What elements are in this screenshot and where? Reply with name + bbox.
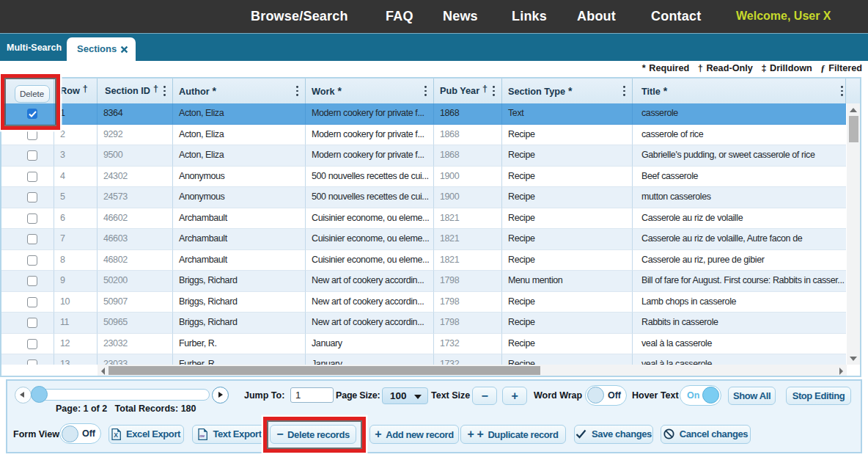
nav-contact[interactable]: Contact: [651, 0, 701, 33]
row-checkbox[interactable]: [27, 255, 37, 266]
tab-multi-search[interactable]: Multi-Search: [7, 34, 62, 62]
cell-title[interactable]: mutton casseroles: [633, 187, 846, 208]
cell-work[interactable]: January: [306, 354, 434, 365]
cell-work[interactable]: January: [306, 334, 434, 355]
column-menu-icon[interactable]: [424, 86, 427, 96]
cell-author[interactable]: Anonymous: [173, 167, 306, 188]
save-changes-button[interactable]: Save changes: [574, 425, 653, 444]
cell-section-type[interactable]: Recipe: [502, 208, 633, 230]
nav-faq[interactable]: FAQ: [386, 0, 413, 33]
column-menu-icon[interactable]: [623, 86, 626, 96]
header-pub-year[interactable]: Pub Year†: [434, 79, 502, 103]
row-checkbox[interactable]: [27, 276, 37, 286]
table-row[interactable]: 9 50200 Briggs, Richard New art of cooke…: [1, 271, 846, 292]
row-checkbox[interactable]: [27, 109, 37, 119]
cell-section-type[interactable]: Recipe: [502, 292, 633, 313]
row-checkbox[interactable]: [27, 130, 37, 140]
cell-work[interactable]: New art of cookery accordin...: [306, 292, 434, 313]
cell-title[interactable]: Rabbits in casserole: [633, 313, 846, 334]
cell-title[interactable]: veal à la casserole: [633, 354, 846, 365]
text-size-increase-button[interactable]: +: [502, 387, 527, 405]
cell-section-type[interactable]: Recipe: [502, 354, 633, 365]
page-size-select[interactable]: 100: [382, 387, 428, 404]
table-row[interactable]: 11 50965 Briggs, Richard New art of cook…: [1, 313, 846, 334]
row-checkbox[interactable]: [27, 339, 37, 349]
table-row[interactable]: 2 9292 Acton, Eliza Modern cookery for p…: [1, 125, 846, 146]
page-slider-knob[interactable]: [31, 386, 48, 403]
jump-to-input[interactable]: [290, 387, 334, 403]
horizontal-scrollbar[interactable]: [98, 365, 847, 376]
row-checkbox[interactable]: [27, 172, 37, 182]
cell-author[interactable]: Anonymous: [173, 187, 306, 208]
column-menu-icon[interactable]: [841, 86, 844, 96]
row-checkbox[interactable]: [27, 297, 37, 307]
row-checkbox[interactable]: [27, 234, 37, 244]
cell-work[interactable]: Modern cookery for private f...: [306, 145, 434, 167]
cell-title[interactable]: Bill of fare for August. First course: R…: [633, 271, 846, 292]
header-work[interactable]: Work*: [306, 79, 434, 103]
cancel-changes-button[interactable]: Cancel changes: [661, 425, 751, 444]
form-view-toggle[interactable]: Off: [59, 423, 101, 444]
show-all-button[interactable]: Show All: [728, 387, 776, 405]
cell-author[interactable]: Briggs, Richard: [173, 271, 306, 292]
cell-section-type[interactable]: Recipe: [502, 334, 633, 355]
table-row[interactable]: 1 8364 Acton, Eliza Modern cookery for p…: [1, 103, 846, 125]
text-size-decrease-button[interactable]: −: [472, 387, 497, 405]
page-slider-track[interactable]: [37, 389, 210, 401]
cell-title[interactable]: Gabrielle's pudding, or sweet casserole …: [633, 145, 846, 167]
cell-work[interactable]: Cuisinier econome, ou eleme...: [306, 229, 434, 250]
column-menu-icon[interactable]: [296, 86, 299, 96]
nav-news[interactable]: News: [443, 0, 478, 33]
table-row[interactable]: 5 24573 Anonymous 500 nouvelles recettes…: [1, 187, 846, 208]
cell-title[interactable]: casserole: [633, 103, 846, 125]
header-section-id[interactable]: Section ID†: [98, 79, 173, 103]
cell-work[interactable]: Cuisinier econome, ou eleme...: [306, 250, 434, 271]
cell-author[interactable]: Furber, R.: [173, 334, 306, 355]
scroll-down-icon[interactable]: [847, 352, 860, 365]
cell-work[interactable]: Cuisinier econome, ou eleme...: [306, 208, 434, 230]
row-checkbox[interactable]: [27, 192, 37, 202]
cell-section-type[interactable]: Recipe: [502, 250, 633, 271]
cell-author[interactable]: Acton, Eliza: [173, 103, 306, 125]
close-tab-icon[interactable]: [120, 37, 128, 62]
cell-section-type[interactable]: Recipe: [502, 125, 633, 146]
row-checkbox[interactable]: [27, 213, 37, 224]
page-prev-button[interactable]: [15, 387, 32, 404]
row-checkbox[interactable]: [27, 150, 37, 161]
tab-sections[interactable]: Sections: [67, 37, 136, 62]
cell-section-type[interactable]: Recipe: [502, 167, 633, 188]
row-checkbox[interactable]: [27, 318, 37, 328]
nav-about[interactable]: About: [577, 0, 616, 33]
cell-title[interactable]: Casserole au riz de volaille, Autre faco…: [633, 229, 846, 250]
cell-work[interactable]: New art of cookery accordin...: [306, 271, 434, 292]
add-new-record-button[interactable]: +Add new record: [369, 425, 459, 444]
row-checkbox[interactable]: [27, 359, 37, 365]
table-row[interactable]: 13 23033 Furber, R. January 1732 Recipe …: [1, 354, 846, 365]
delete-button[interactable]: Delete: [15, 85, 50, 103]
welcome-user[interactable]: Welcome, User X: [736, 0, 831, 33]
delete-records-button[interactable]: −Delete records: [270, 425, 356, 444]
cell-author[interactable]: Archambault: [173, 208, 306, 230]
nav-browse-search[interactable]: Browse/Search: [251, 0, 348, 33]
header-title[interactable]: Title*: [633, 79, 846, 103]
table-row[interactable]: 3 9500 Acton, Eliza Modern cookery for p…: [1, 145, 846, 167]
cell-work[interactable]: 500 nouvelles recettes de cui...: [306, 187, 434, 208]
cell-title[interactable]: casserole of rice: [633, 125, 846, 146]
cell-section-type[interactable]: Text: [502, 103, 633, 125]
header-section-type[interactable]: Section Type*: [502, 79, 633, 103]
header-row[interactable]: Row†: [54, 79, 98, 103]
vertical-scrollbar[interactable]: [847, 103, 860, 365]
scroll-left-icon[interactable]: [98, 365, 108, 376]
cell-author[interactable]: Acton, Eliza: [173, 145, 306, 167]
cell-author[interactable]: Briggs, Richard: [173, 292, 306, 313]
stop-editing-button[interactable]: Stop Editing: [786, 387, 851, 405]
table-row[interactable]: 12 23032 Furber, R. January 1732 Recipe …: [1, 334, 846, 355]
cell-author[interactable]: Archambault: [173, 229, 306, 250]
table-row[interactable]: 6 46602 Archambault Cuisinier econome, o…: [1, 208, 846, 230]
column-menu-icon[interactable]: [163, 86, 166, 96]
table-row[interactable]: 4 24302 Anonymous 500 nouvelles recettes…: [1, 167, 846, 188]
cell-title[interactable]: Casserole au riz, puree de gibier: [633, 250, 846, 271]
nav-links[interactable]: Links: [512, 0, 547, 33]
page-next-button[interactable]: [212, 387, 229, 404]
cell-title[interactable]: Casserole au riz de volaille: [633, 208, 846, 230]
